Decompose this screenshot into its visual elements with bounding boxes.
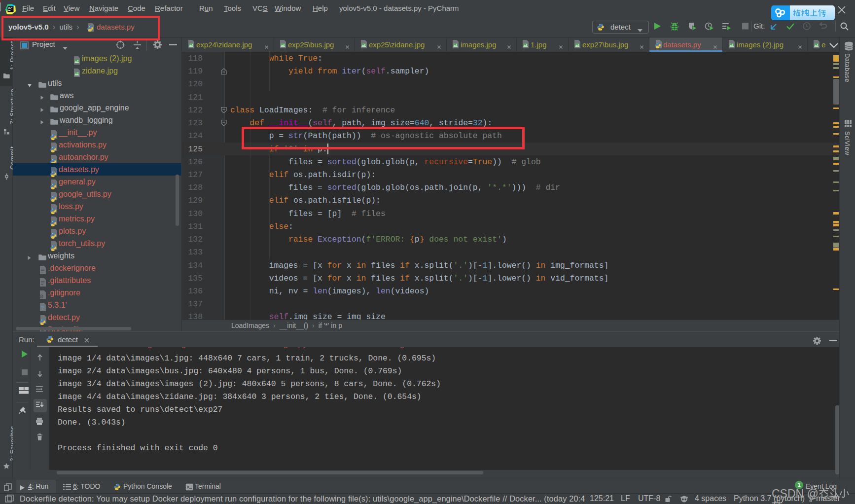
svg-text:?: ? bbox=[41, 305, 44, 311]
